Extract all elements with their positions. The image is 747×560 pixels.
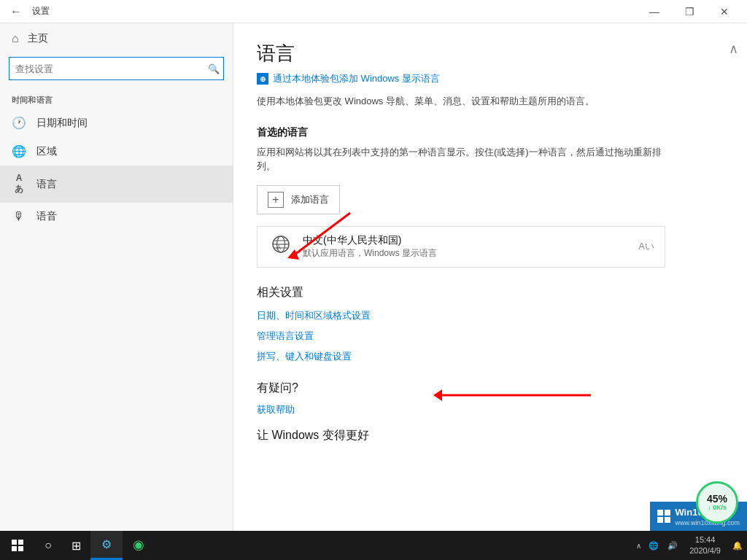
home-label: 主页: [28, 32, 48, 45]
settings-window: ← 设置 — ❐ ✕ ⌂ 主页 🔍 时间和语言 �: [0, 0, 747, 531]
win-logo-small: [657, 510, 670, 523]
content-area: ∧ 语言 ⊕ 通过本地体验包添加 Windows 显示语言 使用本地体验包更改 …: [233, 23, 747, 531]
minimize-button[interactable]: —: [638, 0, 671, 23]
start-button[interactable]: [0, 531, 35, 560]
task-view-icon: ⊞: [71, 539, 81, 553]
start-icon: [12, 540, 23, 551]
clock-area[interactable]: 15:44 2020/4/9: [682, 531, 728, 560]
svg-text:A: A: [276, 244, 281, 251]
lang-az-icon: Aい: [638, 240, 654, 253]
get-help-link[interactable]: 获取帮助: [257, 403, 724, 416]
link-icon: ⊕: [257, 73, 268, 85]
add-language-label: 添加语言: [291, 193, 329, 206]
speech-label: 语音: [36, 210, 57, 223]
taskbar-tray: ∧ 🌐 🔊 15:44 2020/4/9 🔔: [633, 531, 747, 560]
language-desc: 默认应用语言，Windows 显示语言: [303, 247, 630, 260]
speed-percent: 45%: [707, 494, 727, 504]
language-info: 中文(中华人民共和国) 默认应用语言，Windows 显示语言: [303, 234, 630, 260]
datetime-label: 日期和时间: [36, 117, 88, 130]
close-button[interactable]: ✕: [708, 0, 741, 23]
scroll-up-button[interactable]: ∧: [729, 41, 738, 57]
preferred-section-desc: 应用和网站将以其在列表中支持的第一种语言显示。按住(或选择)一种语言，然后通过拖…: [257, 145, 680, 174]
search-icon-button[interactable]: 🔍: [208, 63, 220, 74]
notification-icon[interactable]: 🔔: [728, 531, 747, 560]
tray-network-icon[interactable]: 🌐: [644, 531, 663, 560]
taskbar-app-browser[interactable]: ◉: [123, 531, 155, 560]
sidebar-item-speech[interactable]: 🎙 语音: [0, 203, 233, 230]
home-icon: ⌂: [12, 32, 19, 45]
clock-date: 2020/4/9: [689, 545, 721, 556]
task-view-button[interactable]: ⊞: [61, 531, 90, 560]
notification-bell: 🔔: [732, 541, 743, 551]
add-windows-display-link[interactable]: ⊕ 通过本地体验包添加 Windows 显示语言: [257, 72, 724, 85]
title-bar: ← 设置 — ❐ ✕: [0, 0, 747, 23]
title-bar-left: ← 设置: [6, 1, 638, 22]
add-language-button[interactable]: + 添加语言: [257, 185, 340, 214]
plus-icon: +: [268, 192, 284, 208]
browser-app-icon: ◉: [133, 537, 144, 553]
datetime-icon: 🕐: [12, 116, 26, 130]
restore-button[interactable]: ❐: [673, 0, 706, 23]
tray-volume-icon[interactable]: 🔊: [663, 531, 682, 560]
language-label: 语言: [36, 178, 57, 191]
preferred-section-title: 首选的语言: [257, 126, 724, 139]
window-title: 设置: [32, 5, 50, 18]
taskbar: ○ ⊞ ⚙ ◉ ∧ 🌐 🔊 15:44 2020/4/9 🔔: [0, 531, 747, 560]
sidebar-item-datetime[interactable]: 🕐 日期和时间: [0, 109, 233, 137]
improve-title: 让 Windows 变得更好: [257, 428, 724, 443]
taskbar-search-button[interactable]: ○: [35, 531, 61, 560]
taskbar-app-settings[interactable]: ⚙: [90, 531, 123, 560]
tray-chevron[interactable]: ∧: [633, 531, 644, 560]
language-item-chinese[interactable]: A 中文(中华人民共和国) 默认应用语言，Windows 显示语言 Aい: [257, 226, 665, 268]
window-controls: — ❐ ✕: [638, 0, 741, 23]
sidebar-item-language[interactable]: Aあ 语言: [0, 166, 233, 203]
clock-time: 15:44: [695, 534, 716, 545]
language-icon: Aあ: [12, 173, 26, 195]
region-icon: 🌐: [12, 144, 26, 158]
related-link-manage-language[interactable]: 管理语言设置: [257, 330, 724, 343]
help-title: 有疑问?: [257, 381, 724, 396]
add-windows-display-text: 通过本地体验包添加 Windows 显示语言: [273, 72, 440, 85]
page-title: 语言: [257, 41, 724, 66]
sidebar-item-region[interactable]: 🌐 区域: [0, 137, 233, 166]
sidebar: ⌂ 主页 🔍 时间和语言 🕐 日期和时间 🌐 区域 Aあ 语言: [0, 23, 233, 531]
search-input[interactable]: [9, 57, 224, 80]
language-name: 中文(中华人民共和国): [303, 234, 630, 247]
taskbar-search-icon: ○: [44, 539, 52, 552]
main-content: ⌂ 主页 🔍 时间和语言 🕐 日期和时间 🌐 区域 Aあ 语言: [0, 23, 747, 531]
settings-app-icon: ⚙: [101, 537, 112, 551]
language-description: 使用本地体验包更改 Windows 导航、菜单、消息、设置和帮助主题所用的语言。: [257, 94, 680, 109]
search-box: 🔍: [9, 57, 224, 80]
region-label: 区域: [36, 145, 57, 158]
related-link-spelling-keyboard[interactable]: 拼写、键入和键盘设置: [257, 350, 724, 363]
speed-rate: ↓ 0K/s: [708, 504, 727, 512]
network-icon: 🌐: [649, 541, 659, 551]
volume-icon: 🔊: [667, 541, 678, 551]
back-button[interactable]: ←: [6, 1, 26, 22]
section-label: 时间和语言: [0, 89, 233, 109]
speech-icon: 🎙: [12, 210, 26, 223]
related-link-datetime-format[interactable]: 日期、时间和区域格式设置: [257, 309, 724, 322]
related-settings-title: 相关设置: [257, 285, 724, 300]
sidebar-home[interactable]: ⌂ 主页: [0, 23, 233, 54]
language-globe-icon: A: [268, 234, 294, 259]
speed-meter: 45% ↓ 0K/s: [696, 481, 738, 524]
